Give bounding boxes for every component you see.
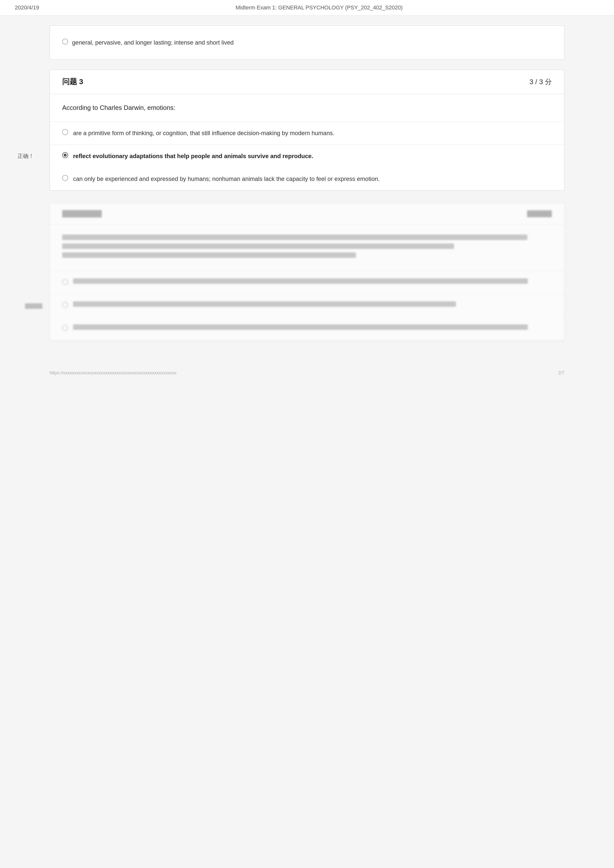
radio-opt2[interactable] <box>62 152 68 158</box>
blurred-radio-2 <box>62 302 68 308</box>
blurred-opt1 <box>50 271 564 294</box>
blurred-title <box>62 210 102 217</box>
blurred-radio-1 <box>62 279 68 285</box>
blurred-opt2-line <box>73 301 456 307</box>
blurred-opt2-wrapper <box>50 294 564 318</box>
footer-url: https://xxxxxxxxxxxxxxxxxxxxxxxxxxxxxxxx… <box>50 370 177 376</box>
question-3-title: 问题 3 <box>62 77 83 87</box>
blurred-line-2 <box>62 243 454 249</box>
question-3-header: 问题 3 3 / 3 分 <box>50 70 564 94</box>
option-3-text: can only be experienced and expressed by… <box>73 174 380 183</box>
footer-page: 2/7 <box>558 370 564 376</box>
option-2-wrapper: 正确！ reflect evolutionary adaptations tha… <box>50 145 564 167</box>
blurred-opt1-line <box>73 278 528 284</box>
page-header: 2020/4/19 Midterm Exam 1: GENERAL PSYCHO… <box>0 0 614 16</box>
option-1-text: are a primitive form of thinking, or cog… <box>73 129 334 138</box>
blurred-opt2-text <box>73 301 552 310</box>
option-2[interactable]: reflect evolutionary adaptations that he… <box>50 145 564 167</box>
question-3-text: According to Charles Darwin, emotions: <box>50 94 564 122</box>
blurred-score <box>527 210 552 217</box>
options-area: are a primitive form of thinking, or cog… <box>50 122 564 190</box>
option-3[interactable]: can only be experienced and expressed by… <box>50 167 564 190</box>
blurred-radio-3 <box>62 325 68 331</box>
radio-opt3[interactable] <box>62 175 68 181</box>
header-date: 2020/4/19 <box>15 5 39 11</box>
partial-option-text: general, pervasive, and longer lasting; … <box>72 38 233 47</box>
question-4-card-blurred <box>50 203 564 341</box>
question-3-score: 3 / 3 分 <box>530 77 552 87</box>
blurred-opt3-line <box>73 324 528 330</box>
correct-label: 正确！ <box>17 152 34 160</box>
question-3-card: 问题 3 3 / 3 分 According to Charles Darwin… <box>50 70 564 191</box>
blurred-line-3 <box>62 253 356 258</box>
partial-radio[interactable] <box>62 39 68 45</box>
blurred-opt3-text <box>73 324 552 333</box>
blurred-small-label <box>25 303 42 309</box>
page-footer: https://xxxxxxxxxxxxxxxxxxxxxxxxxxxxxxxx… <box>0 363 614 383</box>
header-title: Midterm Exam 1: GENERAL PSYCHOLOGY (PSY_… <box>236 5 403 11</box>
blurred-opt2 <box>50 294 564 318</box>
option-2-text: reflect evolutionary adaptations that he… <box>73 152 313 161</box>
partial-option-row: general, pervasive, and longer lasting; … <box>62 33 552 52</box>
blurred-line-1 <box>62 234 527 240</box>
blurred-header <box>50 203 564 225</box>
blurred-opt3 <box>50 318 564 341</box>
question-3-body: According to Charles Darwin, emotions: a… <box>50 94 564 190</box>
radio-opt1[interactable] <box>62 129 68 135</box>
option-1[interactable]: are a primitive form of thinking, or cog… <box>50 122 564 145</box>
blurred-question-text <box>50 225 564 271</box>
blurred-opt1-text <box>73 278 552 287</box>
partial-previous-question: general, pervasive, and longer lasting; … <box>50 25 564 60</box>
